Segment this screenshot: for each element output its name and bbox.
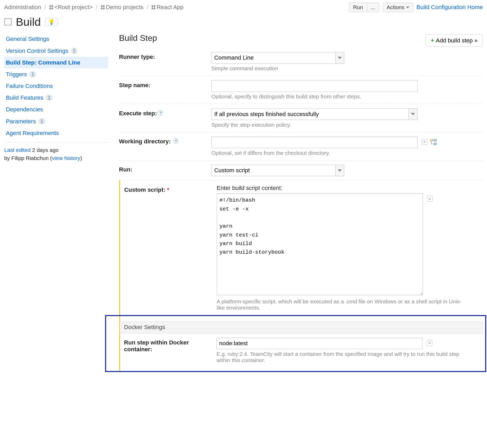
crumb-sep: /	[96, 4, 98, 11]
label-execute-step: Execute step:?	[119, 108, 212, 117]
sidebar-item-label: Agent Requirements	[6, 130, 59, 137]
svg-rect-1	[434, 139, 436, 141]
run-select[interactable]	[212, 165, 336, 176]
chevron-down-icon	[406, 7, 409, 9]
required-marker: *	[167, 187, 169, 193]
sidebar-item-label: Triggers	[6, 71, 27, 78]
label-run: Run:	[119, 165, 212, 173]
count-badge: 1	[71, 48, 78, 54]
label-custom-script: Custom script: *	[124, 185, 217, 193]
crumb-sep: /	[147, 4, 148, 11]
sidebar-item-vcs[interactable]: Version Control Settings 1	[4, 45, 108, 57]
script-prompt: Enter build script content:	[217, 185, 483, 191]
last-edited-link[interactable]: Last edited	[4, 147, 31, 153]
help-icon[interactable]: ?	[158, 110, 163, 116]
execute-step-select[interactable]	[212, 108, 409, 120]
help-icon[interactable]: ?	[173, 138, 179, 144]
dropdown-caret-icon[interactable]	[336, 165, 344, 176]
hint-text: Optional, specify to distinguish this bu…	[212, 93, 483, 100]
hint-text: E.g. ruby:2.4. TeamCity will start a con…	[216, 351, 462, 363]
sidebar-item-deps[interactable]: Dependencies	[4, 104, 108, 116]
view-history-link[interactable]: view history	[52, 155, 80, 161]
docker-section-heading: Docker Settings	[120, 321, 483, 333]
sidebar-item-triggers[interactable]: Triggers 1	[4, 68, 108, 80]
hint-text: A platform-specific script, which will b…	[217, 298, 462, 311]
working-dir-input[interactable]	[212, 137, 418, 148]
label-docker-container: Run step within Docker container:	[124, 338, 216, 353]
last-edited-when: 2 days ago	[32, 147, 59, 153]
add-build-step-button[interactable]: +Add build step »	[426, 34, 483, 47]
hint-bulb-button[interactable]: 💡	[45, 18, 58, 26]
plus-icon: +	[431, 37, 434, 44]
section-heading: Build Step	[119, 33, 157, 43]
label-runner-type: Runner type:	[119, 52, 212, 60]
build-config-home-link[interactable]: Build Configuration Home	[416, 4, 483, 11]
last-edited-by: by Filipp Riabchun (	[4, 155, 52, 161]
build-type-icon	[4, 18, 12, 26]
run-more-button[interactable]: ...	[367, 3, 379, 12]
crumb-leaf[interactable]: React App	[152, 4, 184, 11]
crumb-demo[interactable]: Demo projects	[101, 4, 144, 11]
sidebar-item-label: Dependencies	[6, 106, 43, 113]
crumb-root[interactable]: <Root project>	[49, 4, 93, 11]
sidebar-item-label: Failure Conditions	[6, 83, 53, 89]
hint-text: Optional, set if differs from the checko…	[212, 150, 483, 156]
lines-icon[interactable]: ≡	[422, 139, 427, 145]
sidebar-item-label: Build Step: Command Line	[6, 59, 80, 66]
dropdown-caret-icon[interactable]	[336, 52, 344, 64]
paren-close: )	[80, 155, 82, 161]
lines-icon[interactable]: ≡	[427, 196, 433, 201]
crumb-administration[interactable]: Administration	[4, 4, 41, 11]
label-working-dir: Working directory: ?	[119, 137, 212, 145]
crumb-sep: /	[44, 4, 46, 11]
sidebar-item-label: Parameters	[6, 118, 36, 125]
label-step-name: Step name:	[119, 80, 212, 88]
divider	[4, 142, 108, 143]
run-button-group: Run ...	[349, 3, 379, 12]
sidebar-item-label: Build Features	[6, 94, 43, 101]
sidebar-item-label: Version Control Settings	[6, 48, 68, 54]
svg-rect-0	[430, 139, 432, 141]
count-badge: 1	[46, 94, 53, 101]
step-name-input[interactable]	[212, 80, 418, 92]
actions-button[interactable]: Actions	[383, 3, 413, 12]
sidebar-item-agent-req[interactable]: Agent Requirements	[4, 127, 108, 139]
dropdown-caret-icon[interactable]	[409, 108, 418, 120]
hint-text: Specify the step execution policy.	[212, 122, 483, 128]
project-icon	[49, 5, 54, 9]
main-form: Build Step +Add build step » Runner type…	[119, 33, 483, 372]
count-badge: 1	[29, 71, 36, 78]
tree-picker-icon[interactable]	[430, 139, 437, 147]
page-title: Build	[16, 16, 41, 28]
run-button[interactable]: Run	[349, 3, 367, 12]
lines-icon[interactable]: ≡	[427, 340, 432, 346]
breadcrumb: Administration / <Root project> / Demo p…	[4, 4, 346, 11]
sidebar-item-features[interactable]: Build Features 1	[4, 92, 108, 104]
sidebar-item-build-step[interactable]: Build Step: Command Line	[4, 57, 108, 68]
hint-text: Simple command execution	[212, 65, 483, 72]
count-badge: 1	[39, 118, 45, 125]
project-icon	[152, 5, 156, 9]
sidebar-item-label: General Settings	[6, 36, 49, 42]
runner-type-select[interactable]	[212, 52, 336, 64]
project-icon	[101, 5, 105, 9]
sidebar-item-failure[interactable]: Failure Conditions	[4, 80, 108, 92]
last-edited-block: Last edited 2 days ago by Filipp Riabchu…	[4, 146, 108, 162]
custom-script-textarea[interactable]	[217, 193, 423, 295]
docker-image-input[interactable]	[216, 338, 422, 349]
sidebar-item-general[interactable]: General Settings	[4, 33, 108, 45]
docker-highlight-box: Docker Settings Run step within Docker c…	[105, 315, 486, 372]
svg-rect-2	[434, 143, 436, 145]
sidebar: General Settings Version Control Setting…	[4, 33, 108, 162]
sidebar-item-params[interactable]: Parameters 1	[4, 116, 108, 127]
